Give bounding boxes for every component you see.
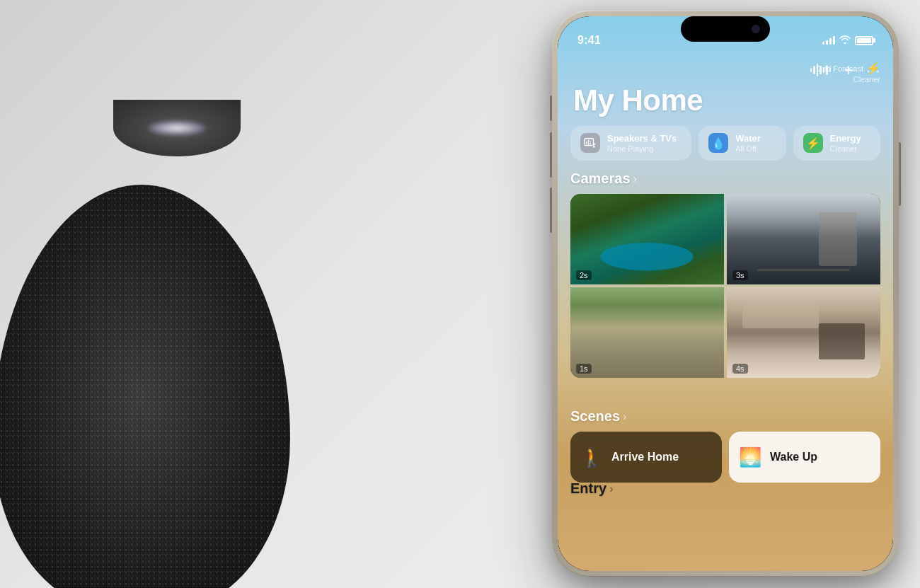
camera-feed-patio[interactable]: 1s	[570, 287, 724, 378]
status-chips-row: Speakers & TVs None Playing 💧 Water All …	[570, 126, 880, 161]
status-bar: 9:41	[558, 16, 893, 54]
energy-chip-sub: Cleaner	[830, 144, 861, 154]
wake-up-label: Wake Up	[770, 451, 817, 463]
speakers-chip-sub: None Playing	[607, 144, 677, 154]
homepod-device	[0, 100, 396, 588]
entry-chevron-icon: ›	[609, 483, 613, 495]
scene-arrive-home[interactable]: 🚶 Arrive Home	[570, 432, 722, 483]
arrive-home-label: Arrive Home	[611, 451, 679, 463]
water-chip[interactable]: 💧 Water All Off	[698, 126, 786, 161]
lightning-icon: ⚡	[866, 62, 880, 75]
cameras-chevron-icon: ›	[633, 173, 637, 185]
entry-title: Entry	[570, 480, 606, 497]
scenes-chevron-icon: ›	[623, 410, 626, 423]
water-chip-icon: 💧	[708, 133, 728, 153]
energy-chip-icon: ⚡	[803, 133, 823, 153]
dynamic-island	[681, 16, 770, 42]
cameras-title: Cameras	[570, 171, 631, 187]
grid-forecast-line1: Grid Forecast	[816, 64, 863, 73]
iphone-frame: 9:41	[552, 11, 899, 577]
wifi-icon	[839, 35, 851, 46]
water-chip-title: Water	[735, 133, 761, 144]
energy-chip[interactable]: ⚡ Energy Cleaner	[793, 126, 880, 161]
water-chip-sub: All Off	[735, 144, 761, 154]
speakers-chip[interactable]: Speakers & TVs None Playing	[570, 126, 691, 161]
svg-point-1	[593, 146, 595, 148]
svg-rect-0	[585, 139, 594, 146]
iphone-screen: 9:41	[558, 16, 893, 571]
front-camera-dot	[752, 25, 760, 33]
speakers-chip-text: Speakers & TVs None Playing	[607, 133, 677, 154]
signal-icon	[822, 36, 835, 45]
cameras-section: Cameras › 2s	[570, 171, 880, 378]
battery-icon	[855, 36, 873, 45]
scene-wake-up[interactable]: 🌅 Wake Up	[729, 432, 880, 483]
arrive-home-icon: 🚶	[580, 448, 603, 466]
camera-gym-timestamp: 3s	[732, 270, 748, 280]
grid-forecast-line2: Cleaner	[853, 75, 880, 83]
status-icons	[822, 35, 873, 46]
camera-pool-timestamp: 2s	[576, 270, 592, 280]
camera-feed-pool[interactable]: 2s	[570, 194, 724, 284]
scenes-header[interactable]: Scenes ›	[570, 408, 880, 425]
energy-chip-text: Energy Cleaner	[830, 133, 861, 154]
camera-feed-gym[interactable]: 3s	[727, 194, 880, 284]
camera-living-timestamp: 4s	[732, 364, 748, 374]
status-time: 9:41	[577, 34, 601, 47]
iphone-device: 9:41	[552, 11, 899, 577]
speakers-chip-title: Speakers & TVs	[607, 133, 677, 144]
wake-up-icon: 🌅	[739, 448, 761, 466]
iphone-inner: 9:41	[558, 16, 893, 571]
energy-chip-title: Energy	[830, 133, 861, 144]
water-chip-text: Water All Off	[735, 133, 761, 154]
entry-section[interactable]: Entry ›	[570, 480, 613, 504]
camera-patio-timestamp: 1s	[576, 364, 592, 374]
scenes-row: 🚶 Arrive Home 🌅 Wake Up	[570, 432, 880, 483]
scenes-title: Scenes	[570, 408, 620, 425]
speakers-chip-icon	[580, 133, 600, 153]
cameras-grid: 2s 3s	[570, 194, 880, 378]
cameras-header[interactable]: Cameras ›	[570, 171, 880, 187]
camera-feed-living[interactable]: 4s	[727, 287, 880, 378]
page-title: My Home	[573, 83, 703, 117]
scenes-section: Scenes › 🚶 Arrive Home 🌅 Wake Up	[570, 408, 880, 483]
grid-forecast-badge[interactable]: Grid Forecast ⚡ Cleaner	[816, 62, 880, 83]
